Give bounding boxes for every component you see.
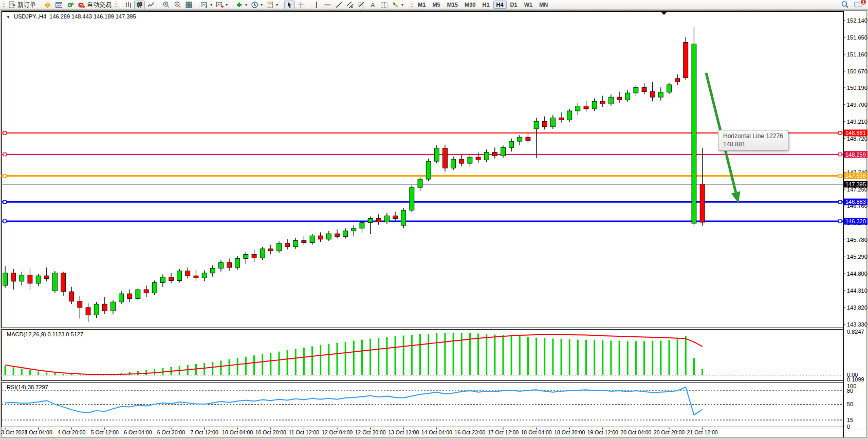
- line-handle: [839, 153, 842, 156]
- timeframe-h1-button[interactable]: H1: [479, 1, 492, 9]
- profiles-button[interactable]: ▾: [214, 1, 229, 9]
- templates-button[interactable]: ▾: [265, 1, 280, 9]
- chevron-down-icon: ▾: [261, 3, 263, 7]
- svg-text:149.700: 149.700: [847, 102, 867, 108]
- timeframe-w1-button[interactable]: W1: [521, 1, 536, 9]
- zoom-out-icon: [174, 1, 181, 9]
- periods-clock-icon: [251, 1, 258, 9]
- svg-text:0.8247: 0.8247: [847, 329, 864, 335]
- line-chart-button[interactable]: [145, 1, 156, 9]
- rsi-panel: 1008050150: [2, 383, 856, 430]
- line-handle: [3, 220, 6, 223]
- equidistant-channel-button[interactable]: E: [345, 1, 356, 9]
- svg-text:16 Oct 23:00: 16 Oct 23:00: [454, 429, 485, 435]
- chart-canvas[interactable]: 152.140151.650151.160150.670150.190149.7…: [0, 0, 868, 440]
- svg-text:146.883: 146.883: [845, 199, 866, 205]
- candlestick-chart-button[interactable]: [134, 1, 145, 9]
- bar-chart-button[interactable]: [123, 1, 134, 9]
- candlestick-icon: [136, 1, 143, 9]
- data-window-button[interactable]: [53, 1, 64, 9]
- toolbar-grip[interactable]: [3, 2, 5, 8]
- svg-text:14 Oct 04:00: 14 Oct 04:00: [421, 429, 452, 435]
- new-chart-button[interactable]: ▾: [199, 1, 214, 9]
- notifications-button[interactable]: 1: [853, 1, 864, 9]
- timeframe-d1-button[interactable]: D1: [507, 1, 521, 9]
- svg-text:147.638: 147.638: [845, 173, 866, 179]
- timeframe-h4-button[interactable]: H4: [493, 1, 507, 9]
- fibonacci-button[interactable]: F: [356, 1, 367, 9]
- tile-windows-icon: [185, 1, 193, 9]
- tile-windows-button[interactable]: [183, 1, 194, 9]
- market-watch-button[interactable]: [42, 1, 53, 9]
- new-order-button[interactable]: 新订单: [7, 1, 38, 9]
- svg-text:148.259: 148.259: [845, 151, 866, 158]
- indicators-plus-icon: [235, 1, 243, 9]
- svg-text:3 Oct 2022: 3 Oct 2022: [1, 429, 28, 435]
- cursor-button[interactable]: [284, 1, 295, 9]
- text-button[interactable]: A: [367, 1, 378, 9]
- zoom-out-button[interactable]: [172, 1, 183, 9]
- time-axis[interactable]: 3 Oct 20224 Oct 04:004 Oct 20:005 Oct 12…: [1, 428, 718, 435]
- text-label-button[interactable]: T: [379, 1, 390, 9]
- trendline-button[interactable]: [334, 1, 344, 9]
- svg-text:151.650: 151.650: [847, 34, 867, 41]
- svg-text:11 Oct 12:00: 11 Oct 12:00: [289, 429, 320, 435]
- chevron-down-icon: ▾: [245, 3, 247, 7]
- vertical-line-button[interactable]: [311, 1, 322, 9]
- timeframe-m5-button[interactable]: M5: [429, 1, 443, 9]
- line-handle: [839, 200, 842, 203]
- svg-text:150.670: 150.670: [847, 68, 867, 74]
- candlesticks: [3, 27, 705, 322]
- channel-icon: E: [346, 1, 354, 9]
- arrows-button[interactable]: ▾: [390, 1, 405, 9]
- zoom-in-button[interactable]: [161, 1, 172, 9]
- svg-text:13 Oct 12:00: 13 Oct 12:00: [388, 429, 419, 435]
- svg-text:T: T: [383, 2, 386, 8]
- timeframe-m15-button[interactable]: M15: [444, 1, 461, 9]
- search-button[interactable]: [839, 1, 851, 9]
- indicators-button[interactable]: ▾: [234, 1, 249, 9]
- arrows-icon: [392, 1, 399, 9]
- svg-text:152.140: 152.140: [847, 17, 867, 24]
- macd-indicator-label: MACD(12,26,9) 0.1123 0.5127: [7, 331, 83, 337]
- chevron-down-icon: ▾: [276, 3, 278, 7]
- timeframe-mn-button[interactable]: MN: [536, 1, 551, 9]
- trendline-icon: [335, 1, 343, 9]
- svg-text:18 Oct 04:00: 18 Oct 04:00: [521, 429, 552, 435]
- auto-trading-button[interactable]: 自动交易: [76, 1, 113, 9]
- svg-text:145.780: 145.780: [847, 237, 867, 243]
- timeframe-m30-button[interactable]: M30: [461, 1, 478, 9]
- tooltip-line1: Horizontal Line 12276: [723, 132, 783, 140]
- line-handle: [839, 174, 842, 177]
- svg-text:17 Oct 12:00: 17 Oct 12:00: [488, 429, 519, 435]
- chevron-down-icon: ▼: [6, 15, 10, 20]
- svg-text:21 Oct 12:00: 21 Oct 12:00: [687, 429, 718, 435]
- svg-text:144.310: 144.310: [847, 288, 867, 294]
- vertical-line-icon: [312, 1, 320, 9]
- panel-borders: [2, 11, 866, 437]
- svg-text:A: A: [371, 2, 375, 9]
- periods-button[interactable]: ▾: [249, 1, 264, 9]
- chart-ohlc-header: ▼ USDJPY-,H4 146.289 148.443 146.189 147…: [6, 13, 136, 20]
- horizontal-line-button[interactable]: [322, 1, 333, 9]
- horizontal-line-icon: [324, 1, 331, 9]
- svg-text:12 Oct 04:00: 12 Oct 04:00: [322, 429, 353, 435]
- svg-text:0.1099: 0.1099: [847, 376, 864, 382]
- svg-text:0: 0: [847, 424, 850, 430]
- crosshair-button[interactable]: [296, 1, 306, 9]
- signal-icon: [66, 1, 74, 9]
- svg-text:19 Oct 12:00: 19 Oct 12:00: [587, 429, 618, 435]
- svg-text:F: F: [363, 6, 365, 9]
- fibonacci-icon: F: [358, 1, 365, 9]
- new-chart-icon: [200, 1, 208, 9]
- svg-text:20 Oct 20:00: 20 Oct 20:00: [654, 429, 685, 435]
- horizontal-line-objects[interactable]: [2, 131, 843, 223]
- scroll-marker-icon: [661, 12, 667, 15]
- chart-profile-icon: [55, 1, 63, 9]
- strategy-tester-button[interactable]: [65, 1, 76, 9]
- svg-text:147.395: 147.395: [845, 181, 866, 187]
- timeframe-m1-button[interactable]: M1: [415, 1, 429, 9]
- line-handle: [3, 174, 6, 177]
- svg-text:146.320: 146.320: [845, 218, 866, 224]
- autotrade-icon: [78, 1, 85, 9]
